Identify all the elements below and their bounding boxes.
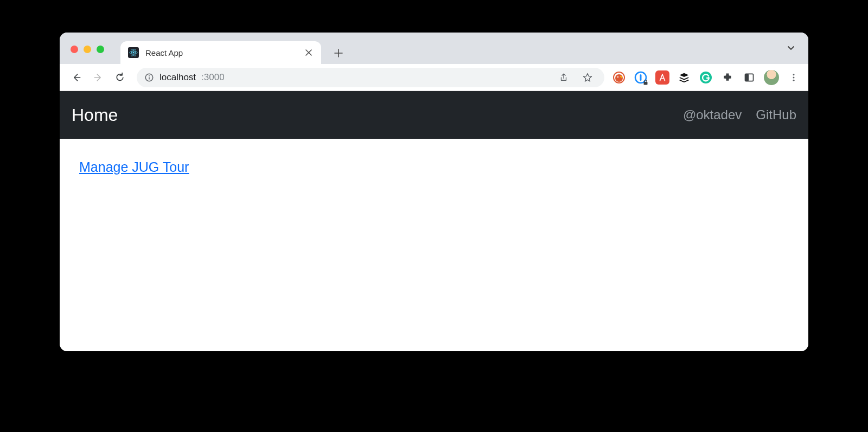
page-content: Manage JUG Tour <box>60 139 808 196</box>
window-controls <box>71 46 104 53</box>
address-bar[interactable]: localhost:3000 <box>137 68 604 87</box>
url-port: :3000 <box>201 72 225 83</box>
svg-rect-16 <box>745 74 749 81</box>
ext-onepassword-icon[interactable] <box>634 70 648 85</box>
window-minimize-button[interactable] <box>84 46 91 53</box>
svg-point-5 <box>149 75 150 76</box>
svg-point-17 <box>793 74 795 75</box>
svg-point-19 <box>793 79 795 81</box>
svg-point-14 <box>700 72 712 83</box>
svg-point-9 <box>615 74 623 82</box>
nav-link-github[interactable]: GitHub <box>756 107 796 122</box>
ext-buffer-icon[interactable] <box>677 70 691 85</box>
browser-tab-active[interactable]: React App <box>120 41 321 64</box>
tab-strip: React App <box>60 33 808 64</box>
svg-rect-12 <box>640 74 642 81</box>
extensions-menu-icon[interactable] <box>720 70 735 85</box>
site-info-icon[interactable] <box>144 73 154 82</box>
bookmark-button[interactable] <box>578 68 597 87</box>
ext-asciidoctor-icon[interactable] <box>655 70 669 85</box>
app-navbar: Home @oktadev GitHub <box>60 91 808 139</box>
extensions-row <box>612 70 801 85</box>
browser-menu-button[interactable] <box>787 70 801 85</box>
profile-avatar[interactable] <box>764 70 779 85</box>
reload-button[interactable] <box>111 68 129 87</box>
svg-point-10 <box>617 76 618 77</box>
page-viewport: Home @oktadev GitHub Manage JUG Tour <box>60 91 808 351</box>
browser-window: React App localhost:3000 <box>60 33 808 351</box>
new-tab-button[interactable] <box>329 43 348 63</box>
svg-point-18 <box>793 76 795 78</box>
tabs-dropdown-button[interactable] <box>787 43 795 52</box>
forward-button[interactable] <box>89 68 107 87</box>
share-button[interactable] <box>554 68 573 87</box>
browser-toolbar: localhost:3000 <box>60 64 808 91</box>
react-favicon <box>128 47 139 58</box>
url-host: localhost <box>159 72 196 83</box>
svg-rect-6 <box>149 77 150 80</box>
svg-rect-13 <box>644 82 648 85</box>
side-panel-icon[interactable] <box>742 70 756 85</box>
back-button[interactable] <box>67 68 86 87</box>
nav-link-oktadev[interactable]: @oktadev <box>683 107 742 122</box>
window-close-button[interactable] <box>71 46 78 53</box>
ext-grammarly-icon[interactable] <box>699 70 713 85</box>
manage-jug-tour-link[interactable]: Manage JUG Tour <box>79 159 189 175</box>
svg-point-0 <box>133 52 135 54</box>
tab-close-button[interactable] <box>304 48 314 57</box>
ext-duckduckgo-icon[interactable] <box>612 70 626 85</box>
window-zoom-button[interactable] <box>97 46 104 53</box>
tab-title: React App <box>145 48 297 57</box>
navbar-brand[interactable]: Home <box>72 105 118 125</box>
